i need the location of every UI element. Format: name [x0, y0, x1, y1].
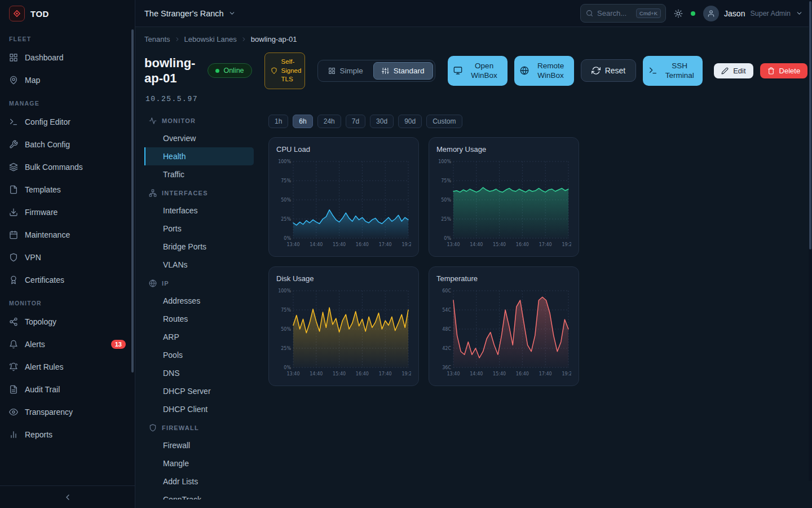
sidebar-item-config-editor[interactable]: Config Editor	[0, 111, 135, 133]
sidebar-item-alerts[interactable]: Alerts 13	[0, 333, 135, 356]
nav-section-label: IP	[162, 280, 169, 287]
ssh-terminal-button[interactable]: SSH Terminal	[643, 56, 703, 86]
device-nav-traffic[interactable]: Traffic	[144, 165, 254, 183]
sidebar-item-topology[interactable]: Topology	[0, 310, 135, 333]
monitor-icon	[453, 66, 462, 75]
brand-name: TOD	[30, 9, 49, 19]
topbar: The Stranger's Ranch Cmd+K Jason Super A…	[135, 0, 812, 27]
time-range-1h[interactable]: 1h	[268, 115, 288, 128]
sidebar-collapse-button[interactable]	[0, 485, 135, 508]
device-nav-mangle[interactable]: Mangle	[144, 454, 254, 472]
device-nav: MONITOR Overview Health Traffic INTERFAC…	[144, 111, 254, 500]
view-mode-simple[interactable]: Simple	[320, 62, 372, 80]
search-input[interactable]	[597, 9, 632, 17]
sidebar-item-label: Map	[25, 76, 40, 85]
time-range-30d[interactable]: 30d	[370, 115, 394, 128]
user-name: Jason	[724, 9, 745, 18]
bar-chart-icon	[9, 430, 18, 439]
device-nav-interfaces[interactable]: Interfaces	[144, 202, 254, 220]
svg-text:14:40: 14:40	[470, 242, 483, 247]
svg-text:100%: 100%	[278, 159, 291, 164]
breadcrumb-tenants[interactable]: Tenants	[144, 35, 170, 43]
svg-text:15:40: 15:40	[493, 371, 506, 376]
sidebar-item-batch-config[interactable]: Batch Config	[0, 133, 135, 156]
device-nav-dhcp-client[interactable]: DHCP Client	[144, 400, 254, 418]
time-range-6h[interactable]: 6h	[293, 115, 312, 128]
device-nav-vlans[interactable]: VLANs	[144, 256, 254, 274]
delete-button[interactable]: Delete	[760, 63, 808, 78]
sidebar-item-firmware[interactable]: Firmware	[0, 201, 135, 224]
sidebar-item-vpn[interactable]: VPN	[0, 246, 135, 269]
svg-text:75%: 75%	[281, 307, 291, 312]
sidebar-item-maintenance[interactable]: Maintenance	[0, 224, 135, 246]
chevron-down-icon	[228, 10, 236, 17]
sidebar-item-label: Config Editor	[25, 117, 70, 126]
sidebar-item-audit-trail[interactable]: Audit Trail	[0, 378, 135, 401]
device-nav-pools[interactable]: Pools	[144, 346, 254, 364]
edit-button[interactable]: Edit	[714, 63, 753, 78]
user-menu[interactable]: Jason Super Admin	[703, 6, 803, 21]
device-nav-arp[interactable]: ARP	[144, 328, 254, 346]
time-range-24h[interactable]: 24h	[317, 115, 341, 128]
sidebar-item-reports[interactable]: Reports	[0, 423, 135, 446]
svg-text:60C: 60C	[442, 288, 451, 293]
time-range-7d[interactable]: 7d	[346, 115, 365, 128]
cpu-load-chart: 0%25%50%75%100%13:4014:4015:4016:4017:40…	[276, 157, 411, 251]
button-label: Open WinBox	[467, 61, 502, 81]
chevron-left-icon	[63, 493, 72, 502]
device-nav-dns[interactable]: DNS	[144, 364, 254, 382]
tls-label: Self-Signed TLS	[281, 58, 302, 84]
device-nav-dhcp-server[interactable]: DHCP Server	[144, 382, 254, 400]
device-header: bowling-ap-01 Online Self-Signed TLS Sim…	[144, 52, 803, 89]
device-nav-overview[interactable]: Overview	[144, 129, 254, 147]
svg-text:15:40: 15:40	[493, 242, 506, 247]
pencil-icon	[721, 67, 729, 75]
svg-text:36C: 36C	[442, 365, 451, 370]
svg-text:42C: 42C	[442, 345, 451, 351]
svg-text:25%: 25%	[281, 345, 291, 351]
sidebar-item-dashboard[interactable]: Dashboard	[0, 46, 135, 69]
page-scrollbar-thumb[interactable]	[809, 1, 811, 249]
device-nav-routes[interactable]: Routes	[144, 310, 254, 328]
tenant-selector[interactable]: The Stranger's Ranch	[144, 9, 236, 18]
device-nav-firewall[interactable]: Firewall	[144, 436, 254, 454]
device-nav-section-firewall: FIREWALL	[144, 418, 254, 436]
terminal-icon	[648, 66, 657, 75]
device-nav-health[interactable]: Health	[144, 147, 254, 165]
time-range-90d[interactable]: 90d	[398, 115, 422, 128]
breadcrumb-tenant[interactable]: Lebowski Lanes	[184, 35, 237, 43]
device-nav-addresses[interactable]: Addresses	[144, 292, 254, 310]
device-nav-ports[interactable]: Ports	[144, 220, 254, 238]
svg-text:50%: 50%	[441, 197, 451, 202]
svg-text:15:40: 15:40	[333, 242, 346, 247]
activity-icon	[149, 117, 157, 125]
device-nav-bridge-ports[interactable]: Bridge Ports	[144, 238, 254, 256]
sidebar-item-certificates[interactable]: Certificates	[0, 269, 135, 291]
remote-winbox-button[interactable]: Remote WinBox	[514, 56, 574, 86]
sidebar-item-bulk-commands[interactable]: Bulk Commands	[0, 156, 135, 178]
sidebar-item-label: Firmware	[25, 208, 58, 217]
connection-status-dot	[691, 11, 695, 16]
sidebar-item-templates[interactable]: Templates	[0, 178, 135, 201]
svg-text:0%: 0%	[284, 365, 291, 370]
svg-text:19:25: 19:25	[401, 371, 411, 376]
time-range-custom[interactable]: Custom	[426, 115, 462, 128]
sidebar-item-alert-rules[interactable]: Alert Rules	[0, 356, 135, 378]
download-icon	[9, 208, 18, 217]
view-mode-standard[interactable]: Standard	[373, 62, 433, 80]
sidebar-item-transparency[interactable]: Transparency	[0, 401, 135, 423]
device-nav-conntrack[interactable]: ConnTrack	[144, 491, 254, 500]
sidebar-item-map[interactable]: Map	[0, 69, 135, 91]
device-nav-addr-lists[interactable]: Addr Lists	[144, 472, 254, 491]
open-winbox-button[interactable]: Open WinBox	[448, 56, 508, 86]
sidebar-item-label: Alerts	[25, 340, 45, 349]
theme-toggle-button[interactable]	[674, 9, 683, 18]
reset-button[interactable]: Reset	[581, 59, 637, 82]
svg-text:13:40: 13:40	[286, 371, 299, 376]
refresh-icon	[592, 66, 601, 75]
sidebar-scrollbar[interactable]	[131, 29, 134, 373]
global-search[interactable]: Cmd+K	[580, 4, 666, 23]
chart-title: Temperature	[436, 274, 571, 283]
svg-text:19:25: 19:25	[562, 371, 571, 376]
alerts-count-badge: 13	[111, 340, 126, 349]
